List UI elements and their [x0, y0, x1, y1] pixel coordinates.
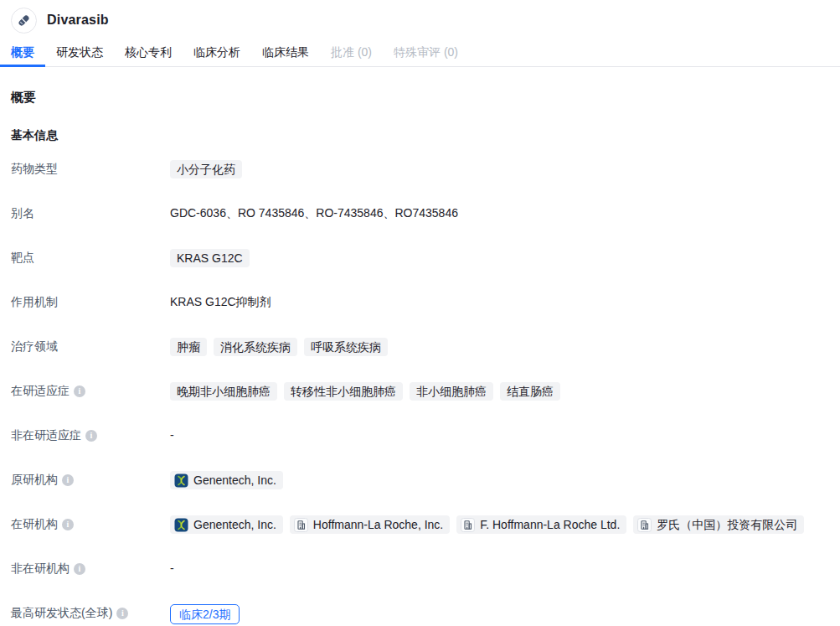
- field-value: -: [170, 427, 174, 442]
- info-icon[interactable]: i: [85, 430, 97, 442]
- building-icon: [637, 518, 652, 532]
- field-text-value: -: [170, 560, 174, 575]
- basic-info-fields: 药物类型小分子化药别名GDC-6036、RO 7435846、RO-743584…: [11, 160, 829, 624]
- field-label-wrap: 治疗领域: [11, 338, 170, 354]
- info-icon[interactable]: i: [62, 519, 74, 530]
- field-row-active-orgs: 在研机构iGenentech, Inc.Hoffmann-La Roche, I…: [11, 515, 829, 534]
- field-row-mechanism: 作用机制KRAS G12C抑制剂: [11, 293, 829, 312]
- capsule-icon: [17, 13, 31, 28]
- field-label: 非在研机构: [11, 561, 70, 577]
- field-row-originator-orgs: 原研机构iGenentech, Inc.: [11, 471, 829, 489]
- tag[interactable]: 肿瘤: [170, 338, 207, 356]
- field-value: Genentech, Inc.: [170, 471, 283, 489]
- genentech-logo-icon: [174, 473, 188, 488]
- overview-content: 概要 基本信息 药物类型小分子化药别名GDC-6036、RO 7435846、R…: [0, 90, 840, 624]
- tab-clinical-analysis[interactable]: 临床分析: [183, 39, 251, 66]
- field-row-drug-type: 药物类型小分子化药: [11, 160, 829, 178]
- field-value: 临床2/3期: [170, 604, 240, 624]
- tag[interactable]: 消化系统疾病: [214, 338, 297, 356]
- field-label: 最高研发状态(全球): [11, 606, 112, 621]
- tag[interactable]: KRAS G12C: [170, 249, 250, 267]
- org-name: Genentech, Inc.: [193, 517, 276, 532]
- field-label-wrap: 非在研机构i: [11, 560, 170, 577]
- building-icon: [461, 518, 475, 532]
- field-text-value: GDC-6036、RO 7435846、RO-7435846、RO7435846: [170, 204, 458, 221]
- field-text-value: KRAS G12C抑制剂: [170, 293, 271, 310]
- field-label-wrap: 别名: [11, 204, 170, 221]
- field-label-wrap: 在研适应症i: [11, 382, 170, 399]
- org-tag[interactable]: F. Hoffmann-La Roche Ltd.: [456, 515, 626, 534]
- tag[interactable]: 晚期非小细胞肺癌: [170, 382, 277, 401]
- field-label-wrap: 在研机构i: [11, 515, 170, 532]
- building-icon: [294, 518, 308, 532]
- org-name: 罗氏（中国）投资有限公司: [657, 517, 797, 532]
- field-label: 靶点: [11, 251, 34, 266]
- tag[interactable]: 呼吸系统疾病: [304, 338, 388, 356]
- genentech-logo-icon: [174, 518, 188, 532]
- field-row-highest-phase-global: 最高研发状态(全球)i临床2/3期: [11, 604, 829, 624]
- drug-avatar: [11, 8, 37, 34]
- field-value: Genentech, Inc.Hoffmann-La Roche, Inc.F.…: [170, 515, 804, 534]
- field-row-target: 靶点KRAS G12C: [11, 249, 829, 267]
- org-name: Hoffmann-La Roche, Inc.: [313, 517, 443, 532]
- org-tag[interactable]: 罗氏（中国）投资有限公司: [633, 515, 804, 534]
- field-label-wrap: 靶点: [11, 249, 170, 266]
- field-row-aliases: 别名GDC-6036、RO 7435846、RO-7435846、RO74358…: [11, 204, 829, 223]
- org-tag[interactable]: Hoffmann-La Roche, Inc.: [290, 515, 450, 534]
- field-value: KRAS G12C: [170, 249, 250, 267]
- field-label-wrap: 药物类型: [11, 160, 170, 177]
- field-row-therapy-areas: 治疗领域肿瘤消化系统疾病呼吸系统疾病: [11, 338, 829, 356]
- phase-status-tag: 临床2/3期: [170, 604, 240, 624]
- org-tag[interactable]: Genentech, Inc.: [170, 515, 283, 534]
- field-label: 在研机构: [11, 517, 58, 532]
- field-label: 治疗领域: [11, 339, 58, 354]
- subsection-title: 基本信息: [11, 128, 829, 143]
- tag[interactable]: 小分子化药: [170, 160, 242, 178]
- field-label-wrap: 作用机制: [11, 293, 170, 310]
- section-title: 概要: [11, 90, 829, 106]
- info-icon[interactable]: i: [74, 563, 85, 575]
- field-value: 小分子化药: [170, 160, 242, 178]
- field-label-wrap: 最高研发状态(全球)i: [11, 604, 170, 621]
- tab-overview[interactable]: 概要: [0, 39, 45, 66]
- info-icon[interactable]: i: [74, 385, 85, 397]
- org-tag[interactable]: Genentech, Inc.: [170, 471, 283, 489]
- info-icon[interactable]: i: [62, 474, 74, 486]
- drug-header: Divarasib: [0, 0, 840, 39]
- field-row-inactive-indications: 非在研适应症i-: [11, 427, 829, 445]
- tag[interactable]: 转移性非小细胞肺癌: [284, 382, 403, 401]
- tab-bar: 概要研发状态核心专利临床分析临床结果批准 (0)特殊审评 (0): [0, 39, 840, 67]
- field-value: 肿瘤消化系统疾病呼吸系统疾病: [170, 338, 388, 356]
- field-label-wrap: 原研机构i: [11, 471, 170, 488]
- field-value: GDC-6036、RO 7435846、RO-7435846、RO7435846: [170, 204, 458, 221]
- field-value: -: [170, 560, 174, 575]
- field-row-active-indications: 在研适应症i晚期非小细胞肺癌转移性非小细胞肺癌非小细胞肺癌结直肠癌: [11, 382, 829, 401]
- tag[interactable]: 非小细胞肺癌: [410, 382, 493, 401]
- field-label: 作用机制: [11, 295, 58, 310]
- field-label: 别名: [11, 206, 34, 221]
- field-text-value: -: [170, 427, 174, 442]
- info-icon[interactable]: i: [116, 608, 128, 619]
- tag[interactable]: 结直肠癌: [500, 382, 560, 401]
- tab-approval: 批准 (0): [320, 39, 383, 66]
- tab-rd-status[interactable]: 研发状态: [45, 39, 114, 66]
- field-label-wrap: 非在研适应症i: [11, 427, 170, 443]
- field-value: KRAS G12C抑制剂: [170, 293, 271, 310]
- field-label: 原研机构: [11, 473, 58, 488]
- tab-core-patents[interactable]: 核心专利: [114, 39, 183, 66]
- field-value: 晚期非小细胞肺癌转移性非小细胞肺癌非小细胞肺癌结直肠癌: [170, 382, 560, 401]
- org-name: F. Hoffmann-La Roche Ltd.: [480, 517, 620, 532]
- field-label: 非在研适应症: [11, 428, 81, 443]
- org-name: Genentech, Inc.: [193, 473, 276, 488]
- page-title: Divarasib: [47, 13, 109, 28]
- tab-clinical-results[interactable]: 临床结果: [251, 39, 320, 66]
- tab-special-review: 特殊审评 (0): [383, 39, 469, 66]
- field-label: 在研适应症: [11, 384, 70, 399]
- field-label: 药物类型: [11, 162, 58, 177]
- field-row-inactive-orgs: 非在研机构i-: [11, 560, 829, 578]
